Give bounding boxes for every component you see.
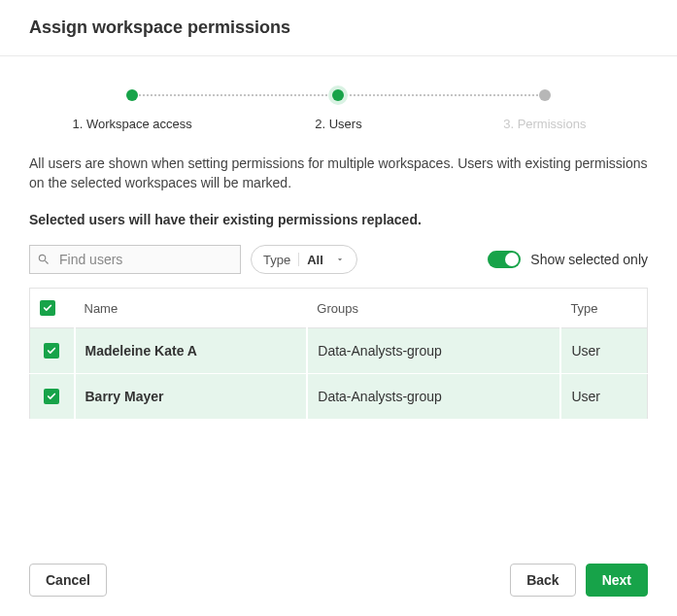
toggle-knob-icon — [505, 253, 519, 266]
step-dot-icon — [332, 89, 344, 101]
user-groups: Data-Analysts-group — [307, 374, 560, 420]
show-selected-toggle[interactable] — [488, 251, 521, 268]
search-wrap — [29, 245, 241, 274]
user-type: User — [560, 374, 647, 420]
step-dot-icon — [539, 89, 551, 101]
user-name: Barry Mayer — [75, 374, 308, 420]
user-groups: Data-Analysts-group — [307, 328, 560, 374]
step-label: 3. Permissions — [503, 117, 586, 131]
col-header-groups[interactable]: Groups — [307, 289, 560, 328]
dialog-footer: Cancel Back Next — [29, 564, 648, 597]
next-button[interactable]: Next — [586, 564, 648, 597]
step-label: 2. Users — [315, 117, 361, 131]
stepper: 1. Workspace access 2. Users 3. Permissi… — [29, 86, 648, 131]
type-filter-label: Type — [263, 253, 290, 267]
step-permissions: 3. Permissions — [442, 86, 648, 131]
users-table: Name Groups Type Madeleine Kate A Data-A… — [29, 288, 648, 420]
search-icon — [37, 253, 51, 266]
select-all-checkbox[interactable] — [40, 300, 55, 316]
back-button[interactable]: Back — [510, 564, 575, 597]
controls-row: Type All Show selected only — [29, 245, 648, 274]
chevron-down-icon — [335, 255, 345, 264]
search-input[interactable] — [29, 245, 241, 274]
user-type: User — [560, 328, 647, 374]
step-label: 1. Workspace access — [73, 117, 192, 131]
step-dot-icon — [126, 89, 138, 101]
cancel-button[interactable]: Cancel — [29, 564, 107, 597]
col-header-type[interactable]: Type — [560, 289, 647, 328]
row-checkbox[interactable] — [44, 389, 59, 404]
show-selected-label: Show selected only — [530, 252, 648, 267]
dialog-title: Assign workspace permissions — [29, 17, 648, 38]
row-checkbox[interactable] — [44, 343, 59, 359]
table-row[interactable]: Madeleine Kate A Data-Analysts-group Use… — [30, 328, 648, 374]
table-row[interactable]: Barry Mayer Data-Analysts-group User — [30, 374, 648, 420]
user-name: Madeleine Kate A — [75, 328, 308, 374]
replace-note: Selected users will have their existing … — [29, 212, 648, 227]
col-header-name[interactable]: Name — [75, 289, 308, 328]
intro-text: All users are shown when setting permiss… — [29, 154, 648, 192]
type-filter[interactable]: Type All — [251, 245, 357, 274]
step-users: 2. Users — [235, 86, 441, 131]
type-filter-value: All — [307, 253, 323, 267]
dialog-header: Assign workspace permissions — [0, 0, 677, 56]
step-workspace-access: 1. Workspace access — [29, 86, 235, 131]
